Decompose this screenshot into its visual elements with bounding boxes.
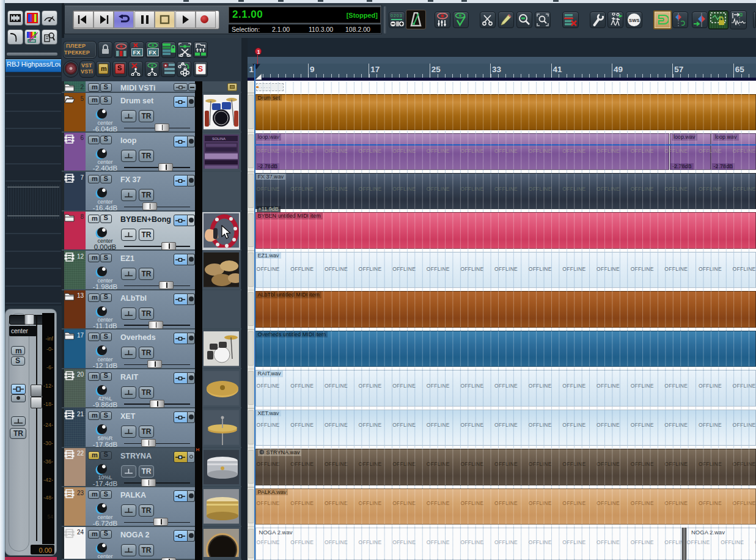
svg-text:SOLINA: SOLINA [212, 137, 226, 141]
svg-text:FX: FX [149, 49, 157, 56]
svg-text:FX: FX [133, 49, 141, 56]
